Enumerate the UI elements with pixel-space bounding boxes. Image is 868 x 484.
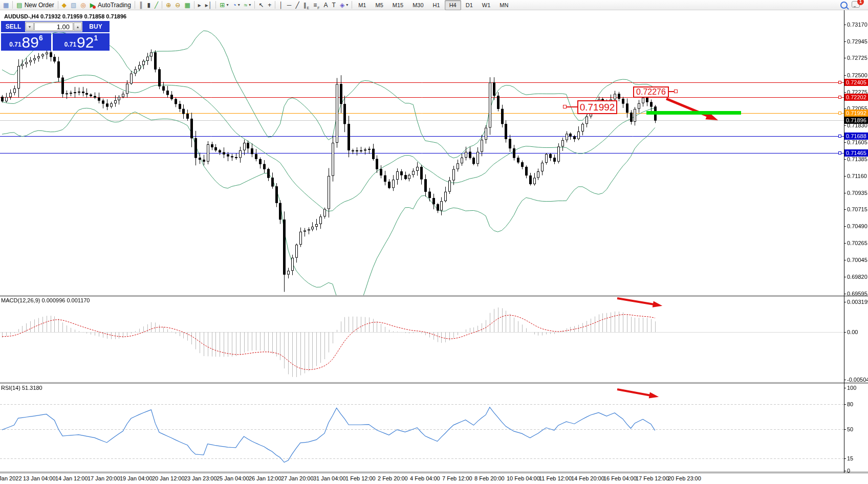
axis-tick [844, 159, 846, 160]
annotation-handle[interactable] [674, 90, 678, 93]
cursor-button[interactable]: ↖ [256, 0, 266, 10]
auto-scroll-button[interactable]: ▸ [196, 0, 203, 10]
axis-tick [844, 302, 846, 302]
axis-tick-label: 0.71160 [847, 173, 867, 179]
panel-separator[interactable] [0, 472, 868, 472]
sell-button[interactable]: SELL [2, 21, 25, 32]
period-selector-caret: ▾ [238, 3, 240, 7]
volume-down-button[interactable]: ▼ [26, 23, 34, 31]
tf-h4[interactable]: H4 [445, 0, 461, 10]
buy-price[interactable]: 0.71 92 1 [53, 33, 110, 51]
candlestick-chart-button[interactable]: ▮ [145, 0, 153, 10]
tf-m30[interactable]: M30 [408, 0, 428, 10]
axis-tick [844, 58, 846, 58]
signals-button[interactable]: ◎ [78, 0, 88, 10]
axis-tick [844, 25, 846, 25]
tf-d1[interactable]: D1 [461, 0, 478, 10]
auto-scroll-icon: ▸ [198, 2, 201, 8]
panel-separator[interactable] [0, 473, 868, 473]
macd-panel-canvas[interactable] [0, 297, 844, 383]
candlestick-chart-icon: ▮ [147, 2, 150, 8]
axis-tick-label: 0.69595 [847, 291, 867, 297]
annotation-handle[interactable] [563, 105, 567, 108]
equidistant-channel-sub: E [307, 6, 310, 10]
zoom-in-button[interactable]: ⊕ [164, 0, 173, 10]
trendline-icon: ╱ [295, 2, 299, 8]
price-tag: 0.71992 [844, 109, 868, 117]
axis-tick [844, 108, 846, 109]
panel-separator[interactable] [0, 382, 868, 383]
new-chart-button[interactable]: ⊞▾ [218, 0, 230, 10]
chart-symbol-period: AUDUSD-,H4 [4, 13, 39, 19]
tf-m1[interactable]: M1 [354, 0, 371, 10]
tf-m5[interactable]: M5 [371, 0, 387, 10]
panel-separator[interactable] [0, 295, 868, 296]
volume-up-button[interactable]: ▲ [74, 23, 82, 31]
fibonacci-button[interactable]: ≡F [311, 0, 321, 10]
signals-icon: ◎ [80, 2, 85, 8]
macd-label: MACD(12,26,9) 0.000996 0.001170 [1, 297, 90, 303]
trendline-button[interactable]: ╱ [293, 0, 301, 10]
main-chart-canvas[interactable] [0, 10, 844, 296]
zoom-out-button[interactable]: ⊖ [173, 0, 182, 10]
arrows-shapes-icon: ◈ [340, 2, 344, 8]
tf-d1-label: D1 [463, 2, 475, 8]
time-axis-label: 12 Jan 2022 [0, 475, 22, 481]
text-label-button[interactable]: T [330, 0, 338, 10]
axis-tick-label: 15 [847, 455, 853, 461]
fibonacci-sub: F [317, 6, 319, 10]
chart-shift-button[interactable]: ▸│ [203, 0, 214, 10]
toolbar-separator [12, 1, 13, 9]
price-annotation-72276[interactable]: 0.72276 [633, 86, 669, 98]
line-chart-button[interactable]: ╱ [153, 0, 160, 10]
one-click-trading-panel: SELL ▼ 1.00 ▲ BUY 0.71 89 6 0.71 92 1 [1, 21, 110, 51]
time-axis-label: 2 Feb 20:00 [378, 475, 408, 481]
history-center-button[interactable]: ◆ [60, 0, 69, 10]
tf-h1[interactable]: H1 [428, 0, 445, 10]
new-order-button[interactable]: ▤New Order [14, 0, 56, 10]
mt4-terminal: ▦▤New Order◆▧◎▶AutoTrading║▮╱⊕⊖▦▸▸│⊞▾◔▾≈… [0, 0, 868, 484]
autotrading-button[interactable]: ▶AutoTrading [88, 0, 133, 10]
toolbar-separator [58, 1, 58, 9]
price-tag: 0.71896 [844, 117, 868, 124]
price-annotation-71992[interactable]: 0.71992 [577, 100, 617, 114]
text-icon: A [324, 2, 328, 8]
text-button[interactable]: A [322, 0, 330, 10]
chat-button[interactable]: 1 [850, 0, 862, 10]
volume-input[interactable]: 1.00 [34, 23, 73, 31]
time-axis-label: 26 Jan 12:00 [249, 475, 281, 481]
axis-tick-label: 0 [847, 468, 850, 474]
tf-w1[interactable]: W1 [478, 0, 495, 10]
tf-mn[interactable]: MN [495, 0, 513, 10]
axis-tick [844, 260, 846, 260]
period-selector-button[interactable]: ◔▾ [230, 0, 242, 10]
time-axis-label: 13 Jan 04:00 [23, 475, 56, 481]
text-label-icon: T [332, 2, 336, 8]
axis-tick-label: 100 [847, 385, 856, 391]
rsi-panel-canvas[interactable] [0, 384, 844, 472]
panel-separator[interactable] [0, 296, 868, 297]
vertical-line-button[interactable]: │ [277, 0, 285, 10]
tf-m15[interactable]: M15 [388, 0, 408, 10]
templates-button[interactable]: ≈▾ [242, 0, 253, 10]
time-axis-label: 8 Feb 20:00 [474, 475, 505, 481]
axis-tick-label: 0.70045 [847, 257, 867, 263]
arrows-shapes-caret: ▾ [346, 3, 348, 7]
chart-shift-icon: ▸│ [205, 2, 212, 8]
panel-separator[interactable] [0, 383, 868, 384]
profiles-button[interactable]: ▧ [69, 0, 78, 10]
tile-windows-button[interactable]: ▦ [182, 0, 192, 10]
buy-button[interactable]: BUY [82, 21, 109, 32]
horizontal-line-button[interactable]: ─ [285, 0, 294, 10]
equidistant-channel-button[interactable]: ∥E [301, 0, 312, 10]
sell-price-pip: 6 [39, 34, 43, 42]
green-support-line[interactable] [646, 111, 741, 115]
tile-windows-icon: ▦ [184, 2, 190, 8]
search-button[interactable] [838, 0, 850, 10]
chart-window-button[interactable]: ▦ [1, 0, 11, 10]
price-tag: 0.72405 [844, 79, 868, 86]
crosshair-button[interactable]: + [266, 0, 273, 10]
sell-price[interactable]: 0.71 89 6 [1, 33, 51, 51]
arrows-shapes-button[interactable]: ◈▾ [338, 0, 350, 10]
bar-chart-button[interactable]: ║ [137, 0, 145, 10]
